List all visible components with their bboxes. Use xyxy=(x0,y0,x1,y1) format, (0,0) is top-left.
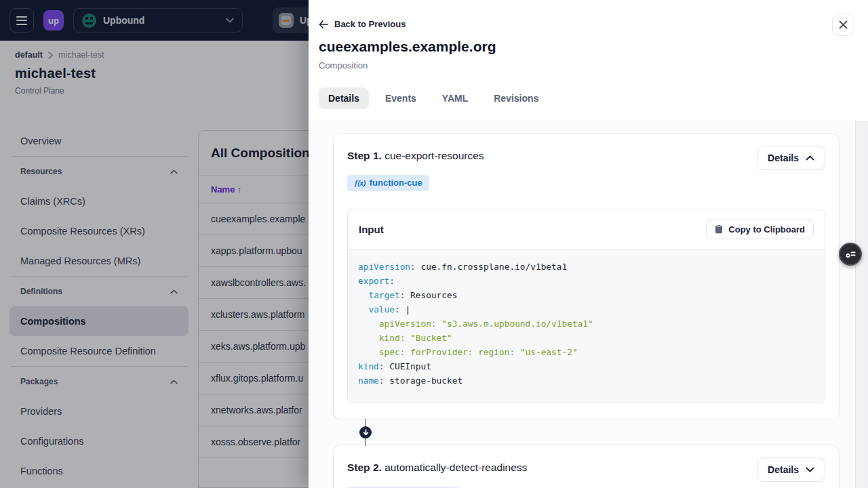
input-section-card: Input Copy to Clipboard apiVersion: cue.… xyxy=(347,209,825,403)
back-link-label: Back to Previous xyxy=(334,19,406,29)
panel-title: cueexamples.example.org xyxy=(319,39,496,55)
arrow-down-circle-icon xyxy=(359,426,372,439)
function-icon: ƒ(x) xyxy=(354,179,366,187)
step-2-details-button[interactable]: Details xyxy=(757,458,825,482)
arrow-left-icon xyxy=(319,20,328,28)
back-to-previous-link[interactable]: Back to Previous xyxy=(319,19,406,29)
close-panel-button[interactable] xyxy=(832,14,854,36)
panel-tabs: DetailsEventsYAMLRevisions xyxy=(319,87,548,109)
composition-detail-panel: Back to Previous cueexamples.example.org… xyxy=(309,0,868,488)
input-section-title: Input xyxy=(359,224,384,235)
tab-details[interactable]: Details xyxy=(319,87,369,109)
feedback-form-icon xyxy=(845,249,856,259)
pipeline-connector xyxy=(333,420,840,445)
chevron-up-icon xyxy=(806,155,814,161)
tab-events[interactable]: Events xyxy=(376,87,426,109)
clipboard-icon xyxy=(715,224,723,234)
pipeline-step-card-1: Step 1. cue-export-resources Details ƒ(x… xyxy=(333,133,840,420)
pipeline-step-card-2: Step 2. automatically-detect-readiness D… xyxy=(333,445,840,488)
step-1-details-button[interactable]: Details xyxy=(757,146,825,170)
copy-to-clipboard-button[interactable]: Copy to Clipboard xyxy=(706,220,814,239)
function-badge: ƒ(x) function-cue xyxy=(347,175,429,191)
feedback-widget-button[interactable] xyxy=(839,243,862,266)
tab-yaml[interactable]: YAML xyxy=(433,87,477,109)
function-badge-label: function-cue xyxy=(370,178,422,188)
panel-scroll-area: Step 1. cue-export-resources Details ƒ(x… xyxy=(309,121,855,488)
panel-subtitle: Composition xyxy=(319,60,368,70)
panel-scrollbar[interactable] xyxy=(855,121,868,488)
tab-revisions[interactable]: Revisions xyxy=(484,87,548,109)
chevron-down-icon xyxy=(806,467,814,472)
step-1-title: Step 1. cue-export-resources xyxy=(347,146,484,162)
step-2-title: Step 2. automatically-detect-readiness xyxy=(347,458,527,474)
yaml-code-block: apiVersion: cue.fn.crossplane.io/v1beta1… xyxy=(348,249,825,403)
close-icon xyxy=(839,20,848,29)
